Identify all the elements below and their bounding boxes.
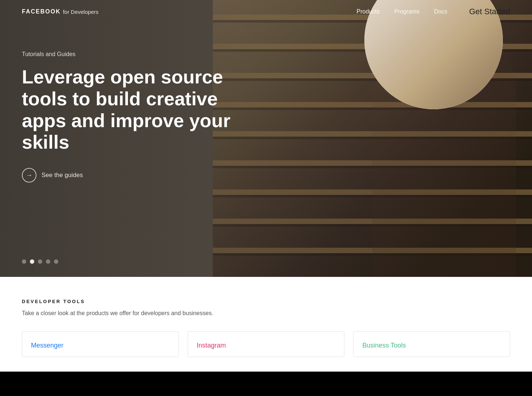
carousel-dot-4[interactable]: [46, 259, 50, 264]
below-hero-section: DEVELOPER TOOLS Take a closer look at th…: [0, 277, 532, 372]
card-business-title: Business Tools: [362, 342, 501, 349]
carousel-dot-3[interactable]: [38, 259, 42, 264]
card-messenger-title: Messenger: [31, 342, 170, 349]
logo-sub-text: for Developers: [63, 9, 99, 15]
nav-links: Products Programs Docs Get Started: [357, 7, 510, 16]
hero-section: FACEBOOK for Developers Products Program…: [0, 0, 532, 277]
nav-logo[interactable]: FACEBOOK for Developers: [22, 8, 98, 15]
page-wrapper: FACEBOOK for Developers Products Program…: [0, 0, 532, 372]
nav-link-products[interactable]: Products: [357, 8, 380, 15]
nav-link-docs[interactable]: Docs: [434, 8, 447, 15]
hero-content: Tutorials and Guides Leverage open sourc…: [22, 51, 233, 183]
see-guides-button[interactable]: → See the guides: [22, 168, 233, 183]
logo-facebook-text: FACEBOOK: [22, 8, 61, 15]
carousel-dot-2[interactable]: [30, 259, 34, 264]
get-started-label[interactable]: Get Started: [469, 7, 510, 16]
card-instagram-title: Instagram: [197, 342, 336, 349]
card-messenger[interactable]: Messenger: [22, 331, 179, 357]
cards-row: Messenger Instagram Business Tools: [22, 331, 510, 357]
carousel-dots: [22, 259, 58, 264]
section-label: DEVELOPER TOOLS: [22, 299, 510, 304]
cta-arrow-circle: →: [22, 168, 36, 183]
hero-subtitle: Tutorials and Guides: [22, 51, 233, 58]
carousel-dot-1[interactable]: [22, 259, 26, 264]
hero-title: Leverage open source tools to build crea…: [22, 66, 233, 153]
card-business-tools[interactable]: Business Tools: [353, 331, 510, 357]
cta-label: See the guides: [42, 172, 83, 179]
arrow-icon: →: [26, 172, 32, 179]
navigation: FACEBOOK for Developers Products Program…: [0, 0, 532, 23]
carousel-dot-5[interactable]: [54, 259, 58, 264]
section-description: Take a closer look at the products we of…: [22, 310, 510, 317]
nav-link-programs[interactable]: Programs: [394, 8, 419, 15]
card-instagram[interactable]: Instagram: [188, 331, 345, 357]
